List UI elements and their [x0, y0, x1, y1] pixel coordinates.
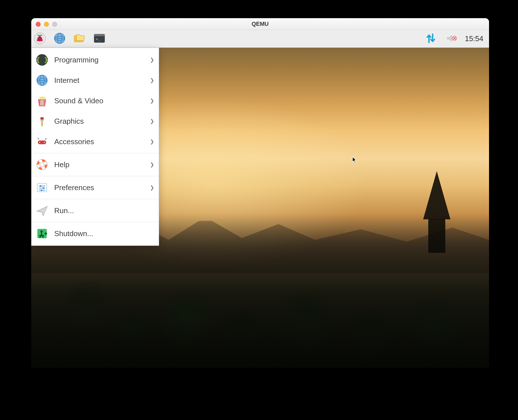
svg-point-34 [40, 163, 44, 167]
taskbar-clock[interactable]: 15:54 [465, 34, 483, 43]
menu-item-programming[interactable]: { }Programming❯ [32, 50, 159, 70]
window-zoom-button[interactable] [52, 22, 57, 27]
menu-item-label: Accessories [54, 137, 145, 146]
popcorn-icon [35, 94, 49, 108]
menu-item-label: Programming [54, 56, 145, 64]
svg-rect-30 [38, 140, 46, 144]
svg-point-4 [37, 39, 39, 41]
web-browser-launcher[interactable] [53, 32, 66, 46]
guest-screen[interactable]: >_ 15:54 { }Programming❯Internet❯Sound &… [31, 30, 489, 368]
menu-item-label: Graphics [54, 117, 145, 126]
svg-point-25 [43, 97, 45, 100]
chevron-right-icon: ❯ [150, 57, 154, 63]
volume-indicator[interactable] [445, 32, 459, 46]
svg-point-41 [41, 189, 42, 191]
svg-point-37 [40, 185, 41, 187]
menu-item-label: Preferences [54, 183, 145, 192]
network-arrows-icon [425, 32, 437, 46]
raspberry-icon [34, 32, 46, 46]
paperplane-icon [35, 203, 49, 218]
menu-separator [32, 199, 159, 199]
chevron-right-icon: ❯ [150, 161, 154, 168]
menu-item-label: Shutdown... [54, 229, 154, 238]
chevron-right-icon: ❯ [150, 118, 154, 124]
menu-item-label: Sound & Video [54, 96, 145, 105]
qemu-host-window: QEMU >_ 15:54 { }Programming❯Internet❯So… [31, 18, 489, 368]
lifebuoy-icon [35, 158, 49, 172]
menu-item-sound-video[interactable]: Sound & Video❯ [32, 91, 159, 111]
svg-point-39 [43, 187, 45, 189]
globe-icon [35, 73, 49, 87]
paintbrush-icon [35, 114, 49, 128]
folders-icon [73, 32, 86, 46]
menu-item-internet[interactable]: Internet❯ [32, 70, 159, 91]
exit-icon [35, 226, 49, 241]
braces-icon: { } [35, 53, 49, 67]
chevron-right-icon: ❯ [150, 184, 154, 191]
sliders-icon [35, 180, 49, 195]
window-close-button[interactable] [36, 22, 41, 27]
menu-item-shutdown[interactable]: Shutdown... [32, 223, 159, 244]
menu-item-label: Internet [54, 76, 145, 85]
menu-item-help[interactable]: Help❯ [32, 154, 159, 175]
file-manager-launcher[interactable] [73, 32, 86, 46]
menu-item-label: Help [54, 160, 145, 169]
svg-rect-29 [41, 121, 43, 126]
chevron-right-icon: ❯ [150, 138, 154, 145]
menu-item-label: Run... [54, 206, 154, 215]
host-titlebar[interactable]: QEMU [31, 18, 489, 30]
volume-muted-icon [446, 32, 458, 46]
menu-item-preferences[interactable]: Preferences❯ [32, 177, 159, 198]
chevron-right-icon: ❯ [150, 77, 154, 83]
swissknife-icon [35, 135, 49, 149]
terminal-icon: >_ [93, 32, 106, 46]
svg-rect-28 [41, 120, 44, 121]
svg-text:{ }: { } [36, 56, 48, 64]
svg-point-5 [41, 39, 43, 41]
svg-point-31 [39, 142, 40, 143]
menu-separator [32, 176, 159, 176]
svg-rect-27 [41, 116, 44, 117]
start-menu-button[interactable] [33, 32, 47, 46]
menu-separator [32, 222, 159, 222]
chevron-right-icon: ❯ [150, 98, 154, 104]
menu-item-graphics[interactable]: Graphics❯ [32, 111, 159, 131]
taskbar: >_ 15:54 [31, 30, 489, 48]
menu-item-accessories[interactable]: Accessories❯ [32, 131, 159, 152]
application-menu: { }Programming❯Internet❯Sound & Video❯Gr… [31, 48, 159, 246]
network-indicator[interactable] [424, 32, 438, 46]
svg-text:>_: >_ [96, 37, 100, 41]
menu-separator [32, 153, 159, 153]
menu-item-run[interactable]: Run... [32, 200, 159, 221]
svg-point-32 [44, 142, 45, 143]
window-minimize-button[interactable] [44, 22, 49, 27]
globe-icon [53, 32, 66, 46]
host-window-title: QEMU [31, 21, 489, 27]
svg-rect-12 [94, 34, 105, 36]
terminal-launcher[interactable]: >_ [93, 32, 106, 46]
